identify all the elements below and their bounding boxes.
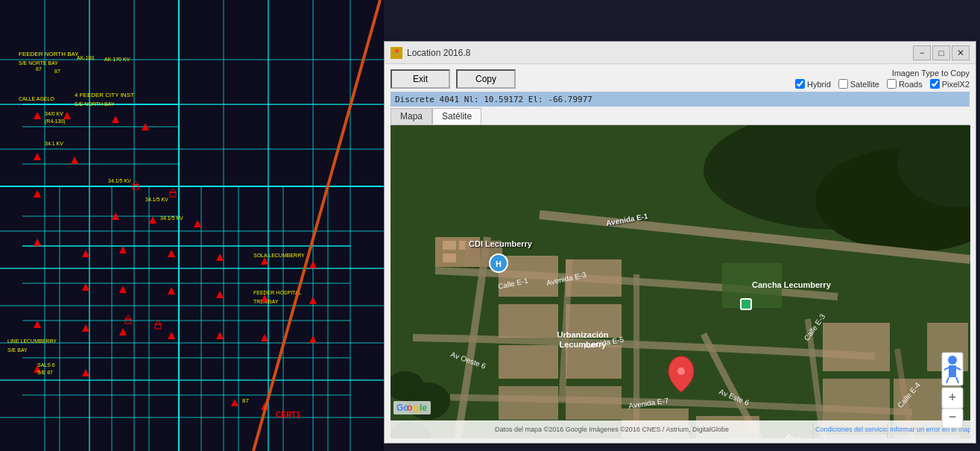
- svg-text:Lecumberry: Lecumberry: [560, 340, 607, 349]
- svg-text:SOLA LECUMBERRY: SOLA LECUMBERRY: [253, 253, 305, 258]
- pixelx2-label: PixelX2: [942, 80, 970, 89]
- svg-text:FEEDER HOSPITAL: FEEDER HOSPITAL: [253, 290, 302, 295]
- svg-point-155: [677, 368, 685, 375]
- svg-text:Cancha Lecumberry: Cancha Lecumberry: [752, 280, 832, 289]
- svg-text:FEEDER NORTH BAY: FEEDER NORTH BAY: [19, 51, 79, 57]
- tab-satelite[interactable]: Satélite: [432, 108, 481, 124]
- imagen-type-group: Imagen Type to Copy Hybrid Satellite Roa…: [795, 69, 970, 89]
- window-controls: − □ ✕: [913, 45, 970, 60]
- dialog-icon: 📍: [391, 47, 402, 59]
- cad-background: FEEDER NORTH BAY S/E NORTE BAY CALLE AGE…: [0, 0, 384, 451]
- svg-text:Urbanización: Urbanización: [557, 330, 608, 339]
- svg-text:34/0 KV: 34/0 KV: [45, 111, 63, 116]
- svg-text:34.1/5 KV: 34.1/5 KV: [160, 215, 183, 221]
- svg-text:SALS 6: SALS 6: [37, 362, 55, 368]
- copy-button[interactable]: Copy: [456, 69, 516, 89]
- svg-text:87: 87: [242, 397, 249, 404]
- minimize-button[interactable]: −: [913, 45, 931, 60]
- svg-text:+: +: [949, 390, 957, 405]
- coordinates-text: Discrete 4041 Nl: 10.59172 El: -66.79977: [395, 95, 592, 104]
- svg-text:CERT1: CERT1: [276, 411, 300, 419]
- svg-rect-115: [499, 345, 558, 379]
- roads-checkbox-label[interactable]: Roads: [887, 79, 923, 89]
- svg-rect-109: [443, 253, 456, 262]
- svg-text:S/E BAY: S/E BAY: [7, 347, 28, 353]
- svg-text:LINE LECUMBERRY: LINE LECUMBERRY: [7, 338, 57, 344]
- roads-checkbox[interactable]: [887, 79, 897, 89]
- imagen-type-label: Imagen Type to Copy: [892, 69, 970, 78]
- location-dialog: 📍 Location 2016.8 − □ ✕ Exit Copy Imagen…: [384, 41, 976, 444]
- pixelx2-checkbox-label[interactable]: PixelX2: [930, 79, 970, 89]
- dialog-toolbar: Exit Copy Imagen Type to Copy Hybrid Sat…: [391, 69, 970, 89]
- svg-text:34.1/5 KV: 34.1/5 KV: [145, 197, 168, 202]
- svg-text:4 FEEDER CITY INST: 4 FEEDER CITY INST: [75, 92, 134, 98]
- svg-rect-116: [566, 345, 622, 379]
- svg-rect-169: [949, 365, 956, 377]
- svg-text:AK-100: AK-100: [77, 55, 94, 60]
- svg-rect-113: [499, 304, 558, 338]
- dialog-titlebar: 📍 Location 2016.8 − □ ✕: [385, 42, 976, 64]
- tab-mapa[interactable]: Mapa: [391, 108, 432, 124]
- hybrid-label: Hybrid: [807, 80, 831, 89]
- svg-text:−: −: [949, 409, 957, 424]
- svg-text:34.1 KV: 34.1 KV: [45, 141, 63, 146]
- satellite-label: Satellite: [850, 80, 879, 89]
- dialog-title: Location 2016.8: [407, 48, 470, 58]
- svg-text:S/E 87: S/E 87: [37, 370, 53, 375]
- satellite-checkbox[interactable]: [838, 79, 848, 89]
- dialog-title-area: 📍 Location 2016.8: [391, 47, 470, 59]
- svg-text:Condiciones del servicio: Condiciones del servicio: [815, 426, 888, 433]
- svg-rect-120: [823, 379, 890, 427]
- coordinates-bar: Discrete 4041 Nl: 10.59172 El: -66.79977: [391, 92, 970, 107]
- svg-text:CDI Lecumberry: CDI Lecumberry: [469, 239, 533, 248]
- satellite-checkbox-label[interactable]: Satellite: [838, 79, 879, 89]
- svg-rect-117: [499, 386, 558, 420]
- map-tabs: Mapa Satélite: [391, 108, 970, 125]
- hybrid-checkbox[interactable]: [795, 79, 805, 89]
- svg-rect-118: [566, 386, 622, 420]
- svg-text:H: H: [496, 259, 502, 268]
- map-container[interactable]: Avenida E-1 Calle E-1 Avenida E-3 Avenid…: [391, 125, 970, 438]
- svg-text:g: g: [414, 403, 419, 413]
- roads-label: Roads: [899, 80, 923, 89]
- svg-rect-119: [823, 323, 890, 371]
- hybrid-checkbox-label[interactable]: Hybrid: [795, 79, 831, 89]
- svg-text:87: 87: [36, 66, 42, 72]
- dialog-content: Exit Copy Imagen Type to Copy Hybrid Sat…: [385, 64, 976, 443]
- svg-text:AK 170 KV: AK 170 KV: [104, 57, 130, 62]
- svg-text:34.1/5 KV: 34.1/5 KV: [108, 178, 131, 183]
- svg-rect-107: [443, 241, 456, 250]
- checkbox-row: Hybrid Satellite Roads PixelX2: [795, 79, 970, 89]
- svg-text:87: 87: [54, 69, 60, 74]
- maximize-button[interactable]: □: [932, 45, 950, 60]
- svg-point-168: [948, 356, 957, 365]
- svg-text:Datos del mapa ©2016 Google Im: Datos del mapa ©2016 Google Imágenes ©20…: [495, 426, 729, 433]
- svg-text:CALLE AGELO: CALLE AGELO: [19, 96, 54, 101]
- svg-text:(R4-130): (R4-130): [45, 119, 66, 124]
- close-button[interactable]: ✕: [952, 45, 970, 60]
- pixelx2-checkbox[interactable]: [930, 79, 940, 89]
- svg-text:le: le: [420, 403, 427, 413]
- svg-text:S/E NORTH BAY: S/E NORTH BAY: [75, 101, 115, 107]
- svg-rect-0: [0, 0, 384, 451]
- exit-button[interactable]: Exit: [391, 69, 450, 89]
- svg-text:S/E NORTE BAY: S/E NORTE BAY: [19, 60, 58, 66]
- svg-text:o: o: [407, 403, 412, 413]
- svg-rect-154: [741, 299, 751, 309]
